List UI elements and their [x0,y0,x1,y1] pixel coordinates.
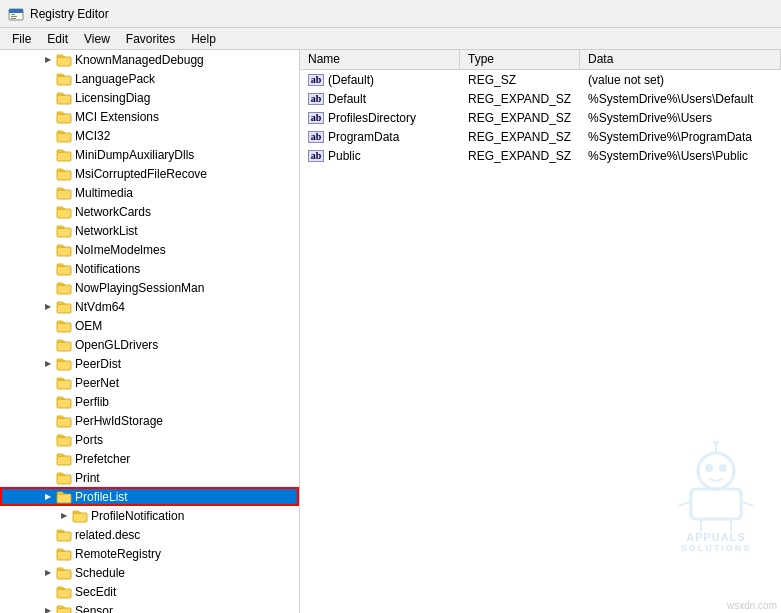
svg-rect-15 [57,247,71,256]
app-icon [8,6,24,22]
tree-expander-icon[interactable]: ▶ [40,603,56,614]
tree-item[interactable]: SecEdit [0,582,299,601]
svg-rect-23 [57,399,71,408]
tree-item[interactable]: MCI Extensions [0,107,299,126]
folder-icon [56,376,72,390]
folder-icon [56,414,72,428]
tree-item-label: SecEdit [75,585,116,599]
svg-rect-31 [57,551,71,560]
svg-rect-21 [57,361,71,370]
tree-item-label: Ports [75,433,103,447]
folder-icon [56,72,72,86]
tree-item[interactable]: NoImeModelmes [0,240,299,259]
tree-item[interactable]: Ports [0,430,299,449]
tree-item[interactable]: MiniDumpAuxiliaryDlls [0,145,299,164]
tree-item[interactable]: PerHwIdStorage [0,411,299,430]
svg-rect-11 [57,171,71,180]
tree-item-label: ProfileList [75,490,128,504]
table-cell-name-text: (Default) [328,73,374,87]
tree-item[interactable]: ▶ProfileList [0,487,299,506]
menu-view[interactable]: View [76,30,118,48]
tree-expander-icon [40,185,56,201]
folder-icon [56,53,72,67]
tree-item[interactable]: ▶PeerDist [0,354,299,373]
tree-item[interactable]: related.desc [0,525,299,544]
tree-item[interactable]: NetworkList [0,221,299,240]
menu-edit[interactable]: Edit [39,30,76,48]
tree-expander-icon [40,90,56,106]
tree-scroll[interactable]: ▶KnownManagedDebuggLanguagePackLicensing… [0,50,299,613]
tree-item[interactable]: ▶KnownManagedDebugg [0,50,299,69]
tree-item[interactable]: Multimedia [0,183,299,202]
svg-rect-19 [57,323,71,332]
table-row[interactable]: abPublicREG_EXPAND_SZ%SystemDrive%\Users… [300,146,781,165]
tree-item[interactable]: Perflib [0,392,299,411]
tree-item[interactable]: Print [0,468,299,487]
table-cell-name: abPublic [300,148,460,164]
tree-item[interactable]: MsiCorruptedFileRecove [0,164,299,183]
tree-item-label: Perflib [75,395,109,409]
table-row[interactable]: ab(Default)REG_SZ(value not set) [300,70,781,89]
tree-item[interactable]: ▶Schedule [0,563,299,582]
tree-item-label: MsiCorruptedFileRecove [75,167,207,181]
tree-expander-icon[interactable]: ▶ [40,299,56,315]
menu-favorites[interactable]: Favorites [118,30,183,48]
table-cell-data: %SystemDrive%\ProgramData [580,129,781,145]
tree-item[interactable]: LicensingDiag [0,88,299,107]
tree-item[interactable]: OpenGLDrivers [0,335,299,354]
tree-item[interactable]: Prefetcher [0,449,299,468]
tree-item[interactable]: Notifications [0,259,299,278]
table-row[interactable]: abProgramDataREG_EXPAND_SZ%SystemDrive%\… [300,127,781,146]
tree-item[interactable]: NetworkCards [0,202,299,221]
svg-rect-4 [11,18,16,19]
svg-rect-18 [57,304,71,313]
svg-rect-29 [73,513,87,522]
table-body[interactable]: ab(Default)REG_SZ(value not set)abDefaul… [300,70,781,613]
tree-expander-icon [40,432,56,448]
table-row[interactable]: abProfilesDirectoryREG_EXPAND_SZ%SystemD… [300,108,781,127]
tree-item-label: MCI Extensions [75,110,159,124]
tree-item[interactable]: OEM [0,316,299,335]
menu-file[interactable]: File [4,30,39,48]
tree-item-label: PeerDist [75,357,121,371]
folder-icon [56,110,72,124]
main-container: ▶KnownManagedDebuggLanguagePackLicensing… [0,50,781,613]
menu-help[interactable]: Help [183,30,224,48]
tree-item[interactable]: PeerNet [0,373,299,392]
tree-item[interactable]: NowPlayingSessionMan [0,278,299,297]
tree-item-label: MCI32 [75,129,110,143]
tree-item-label: Schedule [75,566,125,580]
reg-value-icon: ab [308,74,324,86]
folder-icon [56,395,72,409]
tree-item-label: Print [75,471,100,485]
svg-rect-13 [57,209,71,218]
tree-item[interactable]: MCI32 [0,126,299,145]
tree-expander-icon [40,470,56,486]
tree-expander-icon [40,280,56,296]
col-header-name: Name [300,50,460,69]
table-cell-type: REG_EXPAND_SZ [460,129,580,145]
tree-expander-icon [40,451,56,467]
svg-rect-7 [57,95,71,104]
reg-value-icon: ab [308,150,324,162]
tree-item-label: LanguagePack [75,72,155,86]
table-row[interactable]: abDefaultREG_EXPAND_SZ%SystemDrive%\User… [300,89,781,108]
tree-expander-icon[interactable]: ▶ [40,565,56,581]
tree-item[interactable]: ▶ProfileNotification [0,506,299,525]
tree-item[interactable]: ▶NtVdm64 [0,297,299,316]
tree-item[interactable]: LanguagePack [0,69,299,88]
tree-expander-icon [40,337,56,353]
folder-icon [56,262,72,276]
tree-expander-icon[interactable]: ▶ [40,489,56,505]
reg-value-icon: ab [308,112,324,124]
tree-expander-icon[interactable]: ▶ [56,508,72,524]
tree-item-label: Sensor [75,604,113,614]
tree-expander-icon[interactable]: ▶ [40,52,56,68]
folder-icon [72,509,88,523]
tree-item[interactable]: ▶Sensor [0,601,299,613]
tree-item-label: NetworkCards [75,205,151,219]
tree-expander-icon[interactable]: ▶ [40,356,56,372]
tree-item[interactable]: RemoteRegistry [0,544,299,563]
folder-icon [56,547,72,561]
svg-rect-33 [57,589,71,598]
